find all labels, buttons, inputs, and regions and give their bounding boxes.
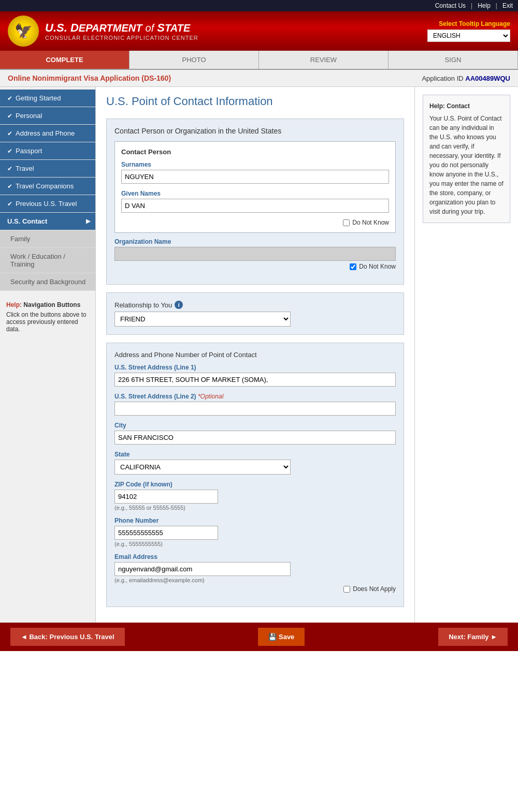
street1-group: U.S. Street Address (Line 1) <box>114 364 396 387</box>
sidebar-item-security[interactable]: Security and Background <box>0 273 95 291</box>
nav-tabs: COMPLETE PHOTO REVIEW SIGN <box>0 51 518 70</box>
email-group: Email Address (e.g., emailaddress@exampl… <box>114 553 396 593</box>
sidebar-help: Help: Navigation Buttons Click on the bu… <box>0 296 95 338</box>
check-icon: ✔ <box>7 200 12 208</box>
sidebar-label: U.S. Contact <box>7 217 47 225</box>
sep1: | <box>471 2 472 9</box>
street2-input[interactable] <box>114 402 396 416</box>
check-icon: ✔ <box>7 147 12 155</box>
zip-hint: (e.g., 55555 or 55555-5555) <box>114 505 396 511</box>
sidebar: ✔ Getting Started ✔ Personal ✔ Address a… <box>0 87 96 623</box>
org-name-input[interactable] <box>114 247 396 261</box>
section-title: Contact Person or Organization in the Un… <box>114 127 396 135</box>
page-title: U.S. Point of Contact Information <box>106 95 404 108</box>
check-icon: ✔ <box>7 165 12 172</box>
tab-sign[interactable]: SIGN <box>388 51 518 69</box>
header: 🦅 U.S. DEPARTMENT of STATE CONSULAR ELEC… <box>0 11 518 51</box>
tab-review[interactable]: REVIEW <box>259 51 388 69</box>
save-button[interactable]: 💾 Save <box>258 628 305 646</box>
help-link[interactable]: Help <box>478 2 491 9</box>
seal-icon: 🦅 <box>8 16 39 47</box>
surnames-input[interactable] <box>121 170 389 184</box>
sidebar-item-address-phone[interactable]: ✔ Address and Phone <box>0 125 95 142</box>
city-input[interactable] <box>114 431 396 445</box>
sidebar-label: Personal <box>16 112 42 120</box>
sidebar-label: Family <box>10 235 30 243</box>
state-label: State <box>114 451 396 458</box>
phone-group: Phone Number (e.g., 5555555555) <box>114 517 396 547</box>
main-content: U.S. Point of Contact Information Contac… <box>96 87 414 623</box>
back-button[interactable]: ◄ Back: Previous U.S. Travel <box>10 628 125 646</box>
tab-complete[interactable]: COMPLETE <box>0 51 130 69</box>
org-do-not-know-checkbox[interactable] <box>350 263 356 270</box>
sidebar-item-getting-started[interactable]: ✔ Getting Started <box>0 90 95 107</box>
address-section-title: Address and Phone Number of Point of Con… <box>114 351 396 359</box>
relationship-label: Relationship to You i <box>114 301 396 309</box>
sidebar-item-travel-companions[interactable]: ✔ Travel Companions <box>0 178 95 195</box>
sidebar-item-travel[interactable]: ✔ Travel <box>0 160 95 178</box>
does-not-apply-label: Does Not Apply <box>353 585 396 593</box>
next-button[interactable]: Next: Family ► <box>438 628 508 646</box>
contact-person-heading: Contact Person <box>121 148 389 156</box>
bottom-nav: ◄ Back: Previous U.S. Travel 💾 Save Next… <box>0 623 518 651</box>
org-name-label: Organization Name <box>114 238 396 245</box>
sidebar-item-previous-us-travel[interactable]: ✔ Previous U.S. Travel <box>0 195 95 213</box>
help-heading: Help: Contact <box>429 101 503 111</box>
tooltip-language-label: Select Tooltip Language <box>439 20 510 27</box>
contact-us-link[interactable]: Contact Us <box>435 2 466 9</box>
zip-group: ZIP Code (if known) (e.g., 55555 or 5555… <box>114 481 396 511</box>
city-label: City <box>114 422 396 429</box>
arrow-right-icon: ▶ <box>86 218 90 225</box>
top-bar: Contact Us | Help | Exit <box>0 0 518 11</box>
do-not-know-row: Do Not Know <box>121 219 389 226</box>
relationship-section: Relationship to You i FRIEND RELATIVE EM… <box>106 292 404 335</box>
sidebar-item-personal[interactable]: ✔ Personal <box>0 107 95 125</box>
sidebar-label: Address and Phone <box>16 129 75 137</box>
sep2: | <box>496 2 497 9</box>
zip-label: ZIP Code (if known) <box>114 481 396 488</box>
city-group: City <box>114 422 396 445</box>
sidebar-help-title: Help: Navigation Buttons <box>6 301 89 308</box>
street1-label: U.S. Street Address (Line 1) <box>114 364 396 371</box>
email-input[interactable] <box>114 562 291 576</box>
header-right: Select Tooltip Language ENGLISH <box>427 20 510 42</box>
do-not-know-label: Do Not Know <box>352 219 389 226</box>
exit-link[interactable]: Exit <box>502 2 513 9</box>
right-panel: Help: Contact Your U.S. Point of Contact… <box>414 87 518 623</box>
application-id: Application ID AA00489WQU <box>422 75 510 82</box>
sidebar-item-passport[interactable]: ✔ Passport <box>0 142 95 160</box>
do-not-know-checkbox[interactable] <box>343 219 350 226</box>
relationship-info-icon[interactable]: i <box>175 301 183 309</box>
sidebar-label: Previous U.S. Travel <box>16 200 77 208</box>
surnames-label: Surnames <box>121 161 389 168</box>
dept-subtitle: CONSULAR ELECTRONIC APPLICATION CENTER <box>45 35 198 41</box>
main-layout: ✔ Getting Started ✔ Personal ✔ Address a… <box>0 87 518 623</box>
state-select[interactable]: CALIFORNIA ALABAMA ALASKA ARIZONA ARKANS… <box>114 460 291 475</box>
form-title: Online Nonimmigrant Visa Application (DS… <box>8 74 171 82</box>
surnames-group: Surnames <box>121 161 389 184</box>
zip-input[interactable] <box>114 490 218 504</box>
contact-section: Contact Person or Organization in the Un… <box>106 119 404 285</box>
check-icon: ✔ <box>7 112 12 120</box>
given-names-input[interactable] <box>121 199 389 213</box>
tab-photo[interactable]: PHOTO <box>130 51 259 69</box>
sidebar-label: Travel <box>16 165 34 172</box>
does-not-apply-row: Does Not Apply <box>114 585 396 593</box>
contact-person-box: Contact Person Surnames Given Names Do N… <box>114 141 396 233</box>
help-body: Your U.S. Point of Contact can be any in… <box>429 114 503 216</box>
phone-hint: (e.g., 5555555555) <box>114 541 396 547</box>
sidebar-item-work-education[interactable]: Work / Education / Training <box>0 248 95 273</box>
state-group: State CALIFORNIA ALABAMA ALASKA ARIZONA … <box>114 451 396 475</box>
sidebar-item-us-contact[interactable]: U.S. Contact ▶ <box>0 213 95 230</box>
does-not-apply-checkbox[interactable] <box>343 586 350 593</box>
sidebar-label: Work / Education / Training <box>10 253 90 268</box>
street1-input[interactable] <box>114 373 396 387</box>
relationship-select[interactable]: FRIEND RELATIVE EMPLOYER SCHOOL OTHER <box>114 312 291 327</box>
phone-input[interactable] <box>114 526 218 540</box>
check-icon: ✔ <box>7 95 12 102</box>
org-do-not-know-label: Do Not Know <box>359 263 396 270</box>
header-title: U.S. DEPARTMENT of STATE CONSULAR ELECTR… <box>45 21 198 41</box>
language-select[interactable]: ENGLISH <box>427 29 510 42</box>
sidebar-item-family[interactable]: Family <box>0 230 95 248</box>
check-icon: ✔ <box>7 130 12 137</box>
